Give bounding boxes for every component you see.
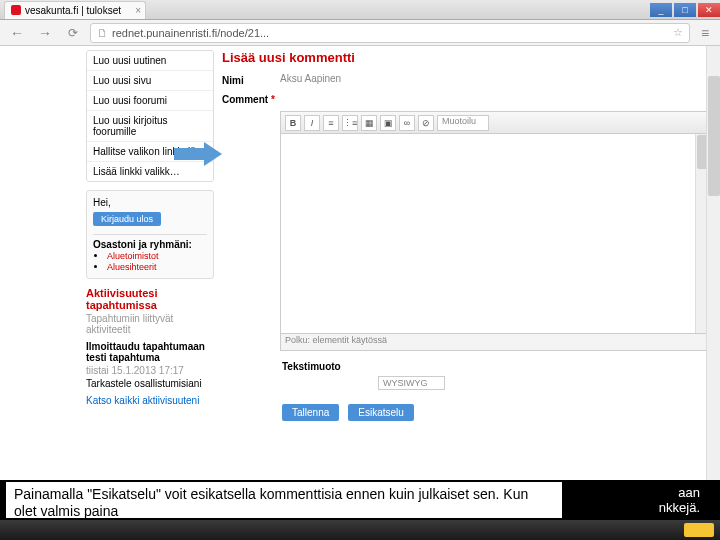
image-icon[interactable]: ▣ [380, 115, 396, 131]
url-input[interactable]: 🗋 rednet.punainenristi.fi/node/21... ☆ [90, 23, 690, 43]
window-minimize-button[interactable]: _ [650, 3, 672, 17]
ordered-list-icon[interactable]: ⋮≡ [342, 115, 358, 131]
save-button[interactable]: Tallenna [282, 404, 339, 421]
activity-all-link[interactable]: Katso kaikki aktiivisuuteni [86, 395, 214, 406]
browser-menu-icon[interactable]: ≡ [696, 25, 714, 41]
text-format-select[interactable]: WYSIWYG [378, 376, 445, 390]
window-controls: _ □ ✕ [648, 3, 720, 17]
activity-block: Aktiivisuutesi tapahtumissa Tapahtumiin … [86, 287, 214, 406]
editor-textarea[interactable] [281, 134, 709, 334]
back-button[interactable]: ← [6, 22, 28, 44]
list-icon[interactable]: ≡ [323, 115, 339, 131]
taskbar-button[interactable] [684, 523, 714, 537]
groups-label: Osastoni ja ryhmäni: [93, 239, 207, 250]
group-link[interactable]: Aluetoimistot [107, 251, 159, 261]
form-actions: Tallenna Esikatselu [282, 404, 662, 421]
favicon-icon [11, 5, 21, 15]
caption-box: Painamalla "Esikatselu" voit esikatsella… [4, 480, 564, 520]
activity-signup: Ilmoittaudu tapahtumaan testi tapahtuma [86, 341, 214, 363]
greeting-text: Hei, [93, 197, 207, 208]
sidebar: Luo uusi uutinen Luo uusi sivu Luo uusi … [86, 50, 214, 421]
bold-icon[interactable]: B [285, 115, 301, 131]
name-value: Aksu Aapinen [280, 73, 341, 84]
annotation-arrow-icon [174, 142, 222, 166]
preview-button[interactable]: Esikatselu [348, 404, 414, 421]
name-label: Nimi [222, 73, 280, 86]
tab-title: vesakunta.fi | tulokset [25, 5, 121, 16]
sidebar-item[interactable]: Luo uusi sivu [87, 71, 213, 91]
rich-text-editor: B I ≡ ⋮≡ ▦ ▣ ∞ ⊘ Muotoilu Polku: element… [280, 111, 710, 351]
comment-form: Lisää uusi kommentti Nimi Aksu Aapinen C… [222, 50, 662, 421]
browser-tab[interactable]: vesakunta.fi | tulokset × [4, 1, 146, 19]
user-box: Hei, Kirjaudu ulos Osastoni ja ryhmäni: … [86, 190, 214, 279]
link-icon[interactable]: ∞ [399, 115, 415, 131]
activity-date: tiistai 15.1.2013 17:17 [86, 365, 214, 376]
os-taskbar [0, 520, 720, 540]
unlink-icon[interactable]: ⊘ [418, 115, 434, 131]
activity-subtitle: Tapahtumiin liittyvät aktiviteetit [86, 313, 214, 335]
tab-close-icon[interactable]: × [135, 5, 141, 16]
sidebar-item[interactable]: Luo uusi foorumi [87, 91, 213, 111]
format-select[interactable]: Muotoilu [437, 115, 489, 131]
window-maximize-button[interactable]: □ [674, 3, 696, 17]
editor-toolbar: B I ≡ ⋮≡ ▦ ▣ ∞ ⊘ Muotoilu [281, 112, 709, 134]
sidebar-item[interactable]: Luo uusi uutinen [87, 51, 213, 71]
comment-label: Comment * [222, 92, 280, 105]
activity-title: Aktiivisuutesi tapahtumissa [86, 287, 214, 311]
editor-path: Polku: elementit käytössä [281, 334, 709, 350]
page-scrollbar[interactable] [706, 46, 720, 516]
window-close-button[interactable]: ✕ [698, 3, 720, 17]
reload-button[interactable]: ⟳ [62, 22, 84, 44]
italic-icon[interactable]: I [304, 115, 320, 131]
overlay-right-text: aan nkkejä. [659, 485, 700, 516]
table-icon[interactable]: ▦ [361, 115, 377, 131]
text-format-label: Tekstimuoto [282, 361, 662, 372]
form-heading: Lisää uusi kommentti [222, 50, 662, 65]
page-scroll-thumb[interactable] [708, 76, 720, 196]
forward-button[interactable]: → [34, 22, 56, 44]
url-text: rednet.punainenristi.fi/node/21... [112, 27, 269, 39]
page-content: Luo uusi uutinen Luo uusi sivu Luo uusi … [0, 46, 720, 516]
group-link[interactable]: Aluesihteerit [107, 262, 157, 272]
logout-button[interactable]: Kirjaudu ulos [93, 212, 161, 226]
activity-view-link[interactable]: Tarkastele osallistumisiani [86, 378, 214, 389]
browser-tab-strip: vesakunta.fi | tulokset × _ □ ✕ [0, 0, 720, 20]
address-bar: ← → ⟳ 🗋 rednet.punainenristi.fi/node/21.… [0, 20, 720, 46]
sidebar-item[interactable]: Luo uusi kirjoitus foorumille [87, 111, 213, 142]
